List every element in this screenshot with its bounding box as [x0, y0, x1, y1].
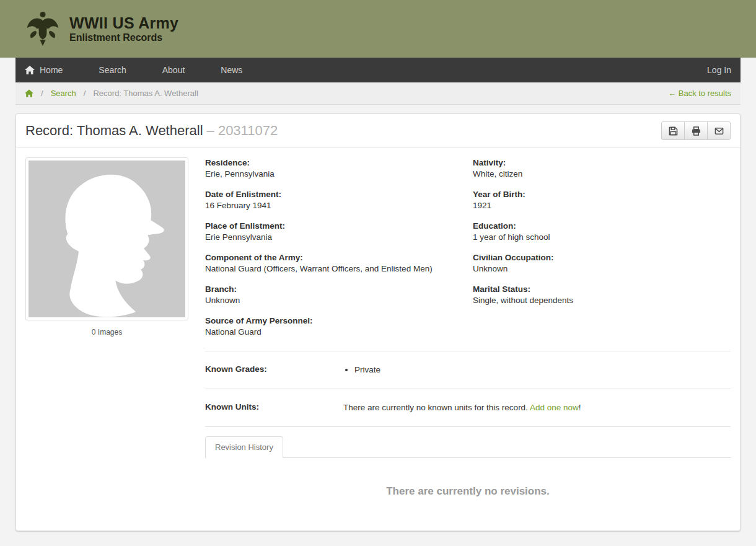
field-marital-status: Marital Status: Single, without dependen…	[473, 284, 731, 306]
add-unit-link[interactable]: Add one now	[530, 403, 579, 412]
record-card-header: Record: Thomas A. Wetherall– 20311072	[16, 114, 740, 148]
field-label: Date of Enlistment:	[205, 189, 473, 200]
known-units-label: Known Units:	[205, 402, 343, 413]
print-button[interactable]	[684, 121, 708, 140]
field-value: 1921	[473, 201, 491, 210]
email-icon	[714, 126, 724, 136]
field-year-of-birth: Year of Birth: 1921	[473, 189, 731, 211]
known-units-section: Known Units: There are currently no know…	[205, 389, 731, 426]
field-label: Marital Status:	[473, 284, 731, 295]
home-icon[interactable]	[25, 89, 33, 97]
save-button[interactable]	[661, 121, 685, 140]
back-to-results-link[interactable]: ← Back to results	[668, 89, 731, 98]
nav-item-search[interactable]: Search	[99, 65, 126, 75]
site-title: WWII US Army	[69, 14, 178, 32]
record-serial-number: – 20311072	[207, 123, 278, 138]
field-branch: Branch: Unknown	[205, 284, 473, 306]
army-seal-logo	[25, 10, 61, 48]
field-value: National Guard (Officers, Warrant Office…	[205, 264, 433, 273]
nav-link-about[interactable]: About	[162, 65, 185, 75]
field-residence: Residence: Erie, Pennsylvania	[205, 157, 473, 180]
tab-revision-history[interactable]: Revision History	[205, 436, 283, 457]
nav-link-news[interactable]: News	[221, 65, 242, 75]
units-suffix: !	[579, 403, 581, 412]
field-label: Component of the Army:	[205, 252, 473, 263]
field-component-of-army: Component of the Army: National Guard (O…	[205, 252, 473, 275]
photo-placeholder	[29, 161, 185, 317]
record-card-body: 0 Images Residence: Erie, Pennsylvania D…	[16, 148, 740, 531]
field-value: Erie Pennsylvania	[205, 232, 272, 242]
page-title: Record: Thomas A. Wetherall– 20311072	[25, 123, 278, 139]
field-value: Erie, Pennsylvania	[205, 169, 275, 178]
nav-item-home[interactable]: Home	[25, 65, 63, 75]
known-units-empty-message: There are currently no known units for t…	[343, 402, 581, 413]
site-header: WWII US Army Enlistment Records	[0, 0, 756, 58]
nav-link-search[interactable]: Search	[99, 65, 126, 75]
print-icon	[692, 126, 701, 136]
field-value: Single, without dependents	[473, 296, 573, 305]
fields-column-right: Nativity: White, citizen Year of Birth: …	[473, 157, 731, 347]
record-details: Residence: Erie, Pennsylvania Date of En…	[205, 157, 731, 521]
units-empty-text: There are currently no known units for t…	[343, 403, 530, 412]
breadcrumb: / Search / Record: Thomas A. Wetherall	[25, 89, 198, 98]
record-card: Record: Thomas A. Wetherall– 20311072	[15, 113, 741, 531]
field-source-of-personnel: Source of Army Personnel: National Guard	[205, 315, 473, 338]
record-fields: Residence: Erie, Pennsylvania Date of En…	[205, 157, 731, 351]
nav-item-news[interactable]: News	[221, 65, 242, 75]
photo-column: 0 Images	[25, 157, 205, 521]
field-nativity: Nativity: White, citizen	[473, 157, 731, 180]
breadcrumb-search-link[interactable]: Search	[51, 89, 76, 98]
revisions-empty-message: There are currently no revisions.	[205, 458, 731, 521]
nav-link-home[interactable]: Home	[40, 65, 63, 75]
grade-item: Private	[354, 364, 380, 376]
known-grades-label: Known Grades:	[205, 364, 343, 376]
field-label: Civilian Occupation:	[473, 252, 731, 263]
save-icon	[669, 126, 678, 136]
record-tabs: Revision History	[205, 426, 731, 458]
breadcrumb-separator: /	[41, 89, 43, 98]
field-civilian-occupation: Civilian Occupation: Unknown	[473, 252, 731, 275]
photo-count-caption: 0 Images	[25, 328, 188, 337]
field-value: 1 year of high school	[473, 232, 550, 242]
field-value: National Guard	[205, 327, 262, 337]
field-value: Unknown	[205, 296, 240, 305]
known-grades-section: Known Grades: Private	[205, 351, 731, 389]
field-label: Place of Enlistment:	[205, 221, 473, 232]
field-date-of-enlistment: Date of Enlistment: 16 February 1941	[205, 189, 473, 211]
field-label: Residence:	[205, 157, 473, 169]
field-label: Branch:	[205, 284, 473, 295]
breadcrumb-current: Record: Thomas A. Wetherall	[93, 89, 198, 98]
known-grades-list: Private	[343, 364, 380, 376]
field-place-of-enlistment: Place of Enlistment: Erie Pennsylvania	[205, 221, 473, 243]
field-label: Education:	[473, 221, 731, 232]
nav-item-login[interactable]: Log In	[707, 64, 731, 76]
breadcrumb-separator: /	[84, 89, 86, 98]
main-navbar: Home Search About News Log In	[0, 58, 756, 82]
home-icon	[25, 66, 35, 74]
login-link[interactable]: Log In	[707, 65, 731, 75]
field-label: Nativity:	[473, 157, 731, 169]
field-value: Unknown	[473, 264, 508, 273]
site-brand: WWII US Army Enlistment Records	[69, 14, 178, 43]
nav-item-about[interactable]: About	[162, 65, 185, 75]
fields-column-left: Residence: Erie, Pennsylvania Date of En…	[205, 157, 473, 347]
email-button[interactable]	[707, 121, 731, 140]
record-photo-thumbnail	[25, 157, 188, 320]
tab-revision-history-label[interactable]: Revision History	[205, 436, 283, 458]
field-label: Source of Army Personnel:	[205, 315, 473, 327]
field-value: 16 February 1941	[205, 201, 271, 210]
record-name: Record: Thomas A. Wetherall	[25, 123, 203, 138]
breadcrumb-bar: / Search / Record: Thomas A. Wetherall ←…	[0, 82, 756, 105]
field-education: Education: 1 year of high school	[473, 221, 731, 243]
record-toolbar	[661, 121, 731, 140]
main-content: Record: Thomas A. Wetherall– 20311072	[0, 113, 756, 531]
field-label: Year of Birth:	[473, 189, 731, 200]
field-value: White, citizen	[473, 169, 522, 178]
site-subtitle: Enlistment Records	[69, 32, 178, 43]
soldier-silhouette-icon	[29, 161, 185, 317]
